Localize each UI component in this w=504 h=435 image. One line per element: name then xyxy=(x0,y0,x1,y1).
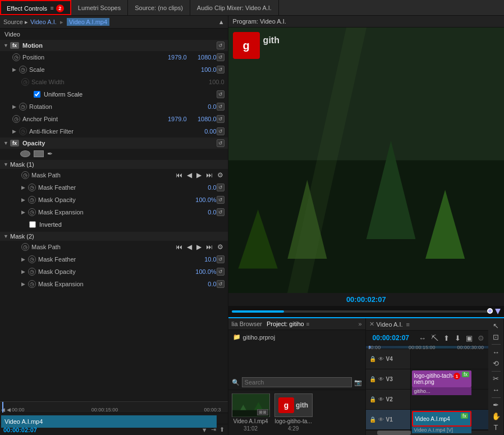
position-reset[interactable]: ↺ xyxy=(217,53,224,61)
rotation-value[interactable]: 0.0 xyxy=(191,103,217,110)
mask2-prev-btn[interactable]: ◀ xyxy=(186,242,193,251)
mask2-feather-value[interactable]: 10.0 xyxy=(191,256,217,263)
project-tab[interactable]: Project: gitiho ≡ xyxy=(267,320,310,327)
eye-v3[interactable]: 👁 xyxy=(378,376,384,382)
mask1-opacity-value[interactable]: 100.0 xyxy=(186,196,211,203)
project-menu-icon[interactable]: ≡ xyxy=(306,321,310,327)
source-clip-link[interactable]: Video A.I.mp4 xyxy=(67,18,109,26)
settings-btn[interactable]: ⚙ xyxy=(476,333,486,344)
eye-v4[interactable]: 👁 xyxy=(378,356,384,362)
tab-lumetri-scopes[interactable]: Lumetri Scopes xyxy=(71,0,128,15)
sequence-close[interactable]: ✕ xyxy=(369,320,374,328)
mask2-expansion-reset[interactable]: ↺ xyxy=(217,280,224,288)
mask2-opacity-reset[interactable]: ↺ xyxy=(217,268,224,276)
sequence-menu-icon[interactable]: ≡ xyxy=(406,321,410,328)
mask1-opacity-reset[interactable]: ↺ xyxy=(217,196,224,204)
mask2-expansion-stopwatch[interactable] xyxy=(28,280,36,288)
inverted-checkbox[interactable] xyxy=(29,221,36,228)
rate-stretch-tool[interactable]: ⟲ xyxy=(490,358,502,368)
motion-reset[interactable]: ↺ xyxy=(217,42,224,49)
motion-expand-arrow[interactable]: ▼ xyxy=(3,43,10,48)
mask1-expansion-expand[interactable]: ▶ xyxy=(21,209,28,215)
mask1-feather-reset[interactable]: ↺ xyxy=(217,184,224,191)
lock-v1[interactable]: 🔒 xyxy=(369,416,376,423)
mask1-expand[interactable]: ▼ xyxy=(3,162,10,167)
selection-tool[interactable]: ↖ xyxy=(490,320,502,331)
mask2-feather-stopwatch[interactable] xyxy=(28,255,36,263)
rect-mask-btn[interactable] xyxy=(34,150,44,157)
export-icon[interactable]: ⬆ xyxy=(219,426,224,433)
mask2-path-stopwatch[interactable] xyxy=(21,243,29,251)
project-item[interactable]: 📁 gitiho.prproj xyxy=(231,332,363,342)
anchor-stopwatch[interactable] xyxy=(12,115,20,123)
track-select-tool[interactable]: ⊡ xyxy=(490,332,502,342)
source-video-link[interactable]: Video A.I. xyxy=(30,19,57,25)
rotation-expand[interactable]: ▶ xyxy=(12,104,19,109)
lock-v4[interactable]: 🔒 xyxy=(369,356,376,362)
extract-btn[interactable]: ⬇ xyxy=(453,333,462,344)
tab-audio-clip-mixer[interactable]: Audio Clip Mixer: Video A.I. xyxy=(190,0,279,15)
ripple-edit-btn[interactable]: ↔ xyxy=(417,333,428,344)
anti-expand[interactable]: ▶ xyxy=(12,129,19,134)
v3-clip[interactable]: logo-gitiho-tach-nen.png 1 fx xyxy=(412,370,471,387)
search-camera-icon[interactable]: 📷 xyxy=(354,379,362,386)
mask2-first-btn[interactable]: ⏮ xyxy=(175,242,184,251)
bottom-left-expand[interactable]: » xyxy=(358,320,361,327)
tab-source[interactable]: Source: (no clips) xyxy=(128,0,190,15)
anchor-reset[interactable]: ↺ xyxy=(217,115,224,123)
uniform-scale-checkbox[interactable] xyxy=(34,91,40,98)
thumb-video-ai[interactable]: ⊞⊞ Video A.I.mp4 31:02 xyxy=(232,393,270,432)
mask1-expansion-value[interactable]: 0.0 xyxy=(191,209,217,216)
mask-first-btn[interactable]: ⏮ xyxy=(175,171,184,180)
anti-value[interactable]: 0.00 xyxy=(191,128,217,135)
position-stopwatch[interactable] xyxy=(12,53,20,61)
v1-clip[interactable]: Video A.I.mp4 fx xyxy=(412,411,471,427)
playbar-track[interactable] xyxy=(232,310,493,313)
razor-tool[interactable]: ✂ xyxy=(490,373,502,383)
rotation-stopwatch[interactable] xyxy=(19,103,27,111)
mask2-expansion-expand[interactable]: ▶ xyxy=(21,281,28,287)
mask1-feather-expand[interactable]: ▶ xyxy=(21,185,28,190)
scale-expand[interactable]: ▶ xyxy=(12,67,19,72)
pen-mask-btn[interactable]: ✒ xyxy=(47,150,53,158)
lift-btn[interactable]: ⬆ xyxy=(442,333,451,344)
match-frame-btn[interactable]: ▣ xyxy=(464,333,474,344)
mask1-feather-stopwatch[interactable] xyxy=(28,184,36,191)
scale-value[interactable]: 100.0 xyxy=(191,66,217,73)
mask1-opacity-stopwatch[interactable] xyxy=(28,196,36,204)
oval-mask-btn[interactable] xyxy=(20,150,30,157)
mask2-opacity-stopwatch[interactable] xyxy=(28,268,36,276)
position-x[interactable]: 1979.0 xyxy=(162,54,187,61)
type-tool[interactable]: T xyxy=(490,423,502,433)
sequence-timecode[interactable]: 00:00:02:07 xyxy=(368,332,414,344)
scale-stopwatch[interactable] xyxy=(19,66,27,74)
mask2-next-btn[interactable]: ⏭ xyxy=(205,242,214,251)
mask1-opacity-expand[interactable]: ▶ xyxy=(21,197,28,203)
search-input[interactable] xyxy=(242,377,352,387)
rotation-reset[interactable]: ↺ xyxy=(217,103,224,111)
pen-tool[interactable]: ✒ xyxy=(490,400,502,410)
ripple-tool[interactable]: ↔ xyxy=(490,347,502,357)
timeline-clip[interactable]: Video A.I.mp4 xyxy=(1,415,217,428)
mask-next-btn[interactable]: ⏭ xyxy=(205,171,214,180)
add-edit-btn[interactable]: ⛏ xyxy=(429,333,440,344)
tab-effect-controls[interactable]: Effect Controls ≡ 2 xyxy=(0,0,71,15)
position-y[interactable]: 1080.0 xyxy=(191,54,217,61)
media-browser-tab[interactable]: lia Browser xyxy=(232,320,262,327)
mask-prev-btn[interactable]: ◀ xyxy=(186,171,193,180)
lock-v3[interactable]: 🔒 xyxy=(369,376,376,382)
tab-effect-controls-menu[interactable]: ≡ xyxy=(51,5,54,11)
lock-v2[interactable]: 🔒 xyxy=(369,396,376,402)
slip-tool[interactable]: ↔ xyxy=(490,385,502,395)
thumb-logo-gitiho[interactable]: g gith logo-gitiho-ta... 4:29 xyxy=(274,393,313,432)
anchor-x[interactable]: 1979.0 xyxy=(162,116,187,122)
opacity-reset[interactable]: ↺ xyxy=(217,139,224,147)
mask2-track-btn[interactable]: ⚙ xyxy=(216,242,224,251)
mask1-expansion-reset[interactable]: ↺ xyxy=(217,208,224,216)
mask-track-btn[interactable]: ⚙ xyxy=(216,171,224,180)
anti-reset[interactable]: ↺ xyxy=(217,127,224,135)
anti-stopwatch[interactable] xyxy=(19,127,27,135)
anchor-y[interactable]: 1080.0 xyxy=(191,116,217,122)
mask1-path-stopwatch[interactable] xyxy=(21,171,29,179)
mask2-expansion-value[interactable]: 0.0 xyxy=(191,281,217,287)
